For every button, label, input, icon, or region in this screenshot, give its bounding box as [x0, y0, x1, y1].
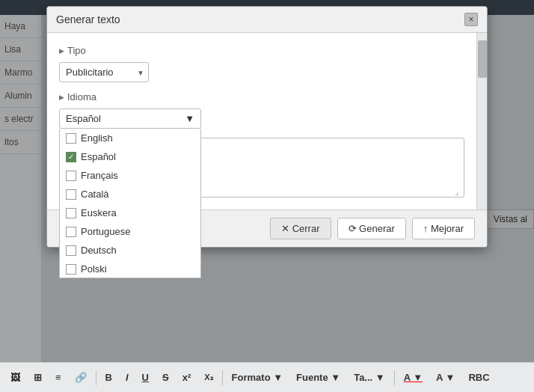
- lang-english-label: English: [81, 132, 113, 144]
- toolbar-formato[interactable]: Formato ▼: [227, 370, 287, 385]
- toolbar-fuente[interactable]: Fuente ▼: [292, 370, 345, 385]
- modal-content-area: Tipo Publicitario ▼ Idioma Español ▼: [47, 33, 487, 209]
- lang-item-francais[interactable]: Français: [60, 166, 200, 185]
- lang-item-portuguese[interactable]: Portuguese: [60, 222, 200, 241]
- idioma-dropdown-list: English Español Français Català: [59, 129, 201, 278]
- lang-item-deutsch[interactable]: Deutsch: [60, 241, 200, 260]
- lang-item-euskera[interactable]: Euskera: [60, 203, 200, 222]
- toolbar-sep-1: [96, 370, 96, 385]
- lang-deutsch-checkbox[interactable]: [66, 245, 76, 256]
- lang-espanol-label: Español: [81, 151, 116, 162]
- lang-portuguese-label: Portuguese: [81, 226, 131, 237]
- toolbar-sep-2: [222, 370, 223, 385]
- toolbar-image-icon[interactable]: 🖼: [6, 370, 25, 385]
- resize-handle[interactable]: ⌟: [455, 188, 462, 195]
- idioma-selected-value: Español: [66, 113, 101, 124]
- lang-item-english[interactable]: English: [60, 129, 200, 147]
- modal-close-button[interactable]: ×: [464, 13, 478, 26]
- close-button[interactable]: ✕ Cerrar: [270, 218, 331, 239]
- lang-deutsch-label: Deutsch: [81, 245, 117, 256]
- idioma-dropdown-arrow: ▼: [185, 113, 194, 124]
- toolbar-italic[interactable]: I: [121, 370, 133, 385]
- modal-overlay: Generar texto × Tipo Publicitario ▼ Idio…: [0, 0, 534, 362]
- lang-item-espanol[interactable]: Español: [60, 147, 200, 166]
- lang-polski-checkbox[interactable]: [66, 264, 76, 275]
- lang-espanol-checkbox[interactable]: [66, 152, 76, 162]
- lang-euskera-checkbox[interactable]: [66, 208, 76, 218]
- tipo-section-label: Tipo: [59, 45, 464, 56]
- toolbar-strikethrough[interactable]: S: [158, 370, 174, 385]
- toolbar-underline[interactable]: U: [138, 370, 153, 385]
- toolbar-color-a[interactable]: A ▼: [399, 370, 427, 385]
- idioma-section-label: Idioma: [59, 91, 464, 102]
- toolbar-align-icon[interactable]: ≡: [51, 370, 66, 385]
- lang-francais-label: Français: [81, 170, 118, 181]
- improve-button[interactable]: ↑ Mejorar: [412, 218, 475, 239]
- toolbar-bold[interactable]: B: [101, 370, 117, 385]
- generate-button[interactable]: ⟳ Generar: [337, 218, 406, 239]
- lang-portuguese-checkbox[interactable]: [66, 227, 76, 237]
- lang-polski-label: Polski: [81, 263, 107, 275]
- toolbar-table-icon[interactable]: ⊞: [29, 370, 46, 385]
- scroll-thumb: [478, 40, 487, 78]
- generar-texto-modal: Generar texto × Tipo Publicitario ▼ Idio…: [46, 6, 488, 248]
- idioma-select-display[interactable]: Español ▼: [59, 108, 201, 129]
- lang-catala-checkbox[interactable]: [66, 189, 76, 200]
- modal-main: Tipo Publicitario ▼ Idioma Español ▼: [47, 33, 476, 209]
- lang-english-checkbox[interactable]: [66, 133, 76, 144]
- toolbar-link-icon[interactable]: 🔗: [70, 370, 91, 385]
- lang-catala-label: Català: [81, 189, 109, 200]
- toolbar-subscript[interactable]: X₂: [200, 370, 217, 385]
- idioma-dropdown-container: Español ▼ English Español: [59, 108, 464, 129]
- tipo-select[interactable]: Publicitario: [59, 62, 149, 82]
- toolbar-superscript[interactable]: x²: [178, 370, 196, 385]
- modal-header: Generar texto ×: [47, 7, 487, 33]
- modal-title: Generar texto: [56, 13, 120, 25]
- toolbar-tamaño[interactable]: Ta... ▼: [349, 370, 390, 385]
- lang-francais-checkbox[interactable]: [66, 171, 76, 181]
- modal-scrollbar[interactable]: [476, 33, 487, 209]
- toolbar-spell[interactable]: RBC: [464, 370, 494, 385]
- toolbar-bgcolor-a[interactable]: A ▼: [432, 370, 459, 385]
- lang-item-polski[interactable]: Polski: [60, 260, 200, 278]
- tipo-select-wrapper: Publicitario ▼: [59, 62, 149, 82]
- lang-euskera-label: Euskera: [81, 207, 117, 218]
- lang-item-catala[interactable]: Català: [60, 185, 200, 203]
- bottom-toolbar: 🖼 ⊞ ≡ 🔗 B I U S x² X₂ Formato ▼ Fuente ▼…: [0, 362, 534, 392]
- toolbar-sep-3: [394, 370, 395, 385]
